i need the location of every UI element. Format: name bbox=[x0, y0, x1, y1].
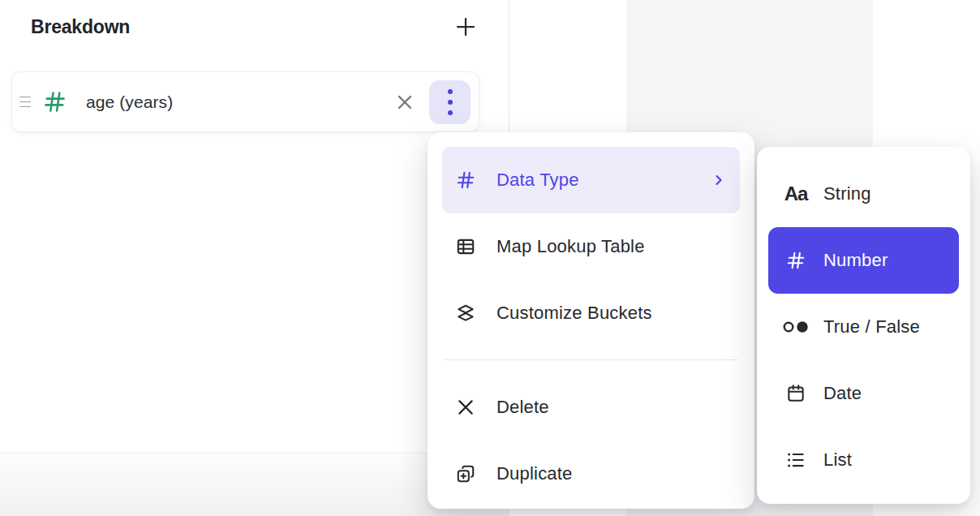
menu-item-map-lookup-table[interactable]: Map Lookup Table bbox=[442, 213, 740, 280]
menu-item-customize-buckets[interactable]: Customize Buckets bbox=[442, 280, 740, 346]
submenu-item-label: String bbox=[823, 183, 871, 204]
submenu-item-true-false[interactable]: True / False bbox=[768, 294, 959, 360]
drag-handle-icon[interactable] bbox=[19, 97, 32, 108]
list-icon bbox=[781, 449, 810, 471]
submenu-item-date[interactable]: Date bbox=[768, 360, 959, 427]
menu-item-label: Customize Buckets bbox=[496, 303, 652, 324]
field-options-button[interactable] bbox=[429, 80, 471, 124]
boolean-icon bbox=[781, 316, 810, 338]
table-icon bbox=[455, 236, 476, 257]
field-context-menu: Data Type Map Lookup Table Customize Buc… bbox=[428, 132, 754, 509]
hash-icon bbox=[455, 170, 476, 191]
submenu-item-label: True / False bbox=[823, 316, 920, 338]
menu-item-label: Duplicate bbox=[496, 463, 573, 484]
panel-title: Breakdown bbox=[31, 16, 130, 38]
plus-icon bbox=[453, 15, 478, 39]
chevron-right-icon bbox=[711, 172, 727, 188]
close-icon bbox=[393, 91, 416, 114]
hash-icon bbox=[781, 249, 810, 272]
add-breakdown-button[interactable] bbox=[452, 13, 479, 41]
breakdown-header: Breakdown bbox=[31, 13, 479, 41]
submenu-item-list[interactable]: List bbox=[768, 427, 959, 493]
calendar-icon bbox=[781, 382, 810, 405]
x-icon bbox=[455, 397, 476, 418]
layers-icon bbox=[455, 303, 476, 324]
menu-item-label: Data Type bbox=[496, 170, 579, 191]
menu-item-label: Delete bbox=[496, 397, 549, 418]
data-type-submenu: Aa String Number True / False bbox=[757, 147, 970, 504]
submenu-item-string[interactable]: Aa String bbox=[768, 161, 959, 227]
duplicate-icon bbox=[455, 463, 476, 484]
menu-item-data-type[interactable]: Data Type bbox=[442, 147, 740, 213]
number-type-hash-icon bbox=[42, 89, 67, 114]
submenu-item-label: Number bbox=[823, 250, 888, 271]
menu-item-duplicate[interactable]: Duplicate bbox=[442, 441, 740, 507]
menu-item-delete[interactable]: Delete bbox=[442, 374, 740, 441]
aa-icon: Aa bbox=[781, 183, 810, 205]
breakdown-field-chip[interactable]: age (years) bbox=[11, 71, 479, 132]
kebab-menu-icon bbox=[448, 89, 453, 115]
submenu-item-number[interactable]: Number bbox=[768, 227, 959, 294]
submenu-item-label: Date bbox=[823, 383, 862, 404]
remove-field-button[interactable] bbox=[393, 91, 416, 114]
submenu-item-label: List bbox=[823, 449, 852, 471]
menu-divider bbox=[444, 359, 738, 360]
field-name-label: age (years) bbox=[86, 92, 173, 112]
menu-item-label: Map Lookup Table bbox=[496, 236, 645, 257]
